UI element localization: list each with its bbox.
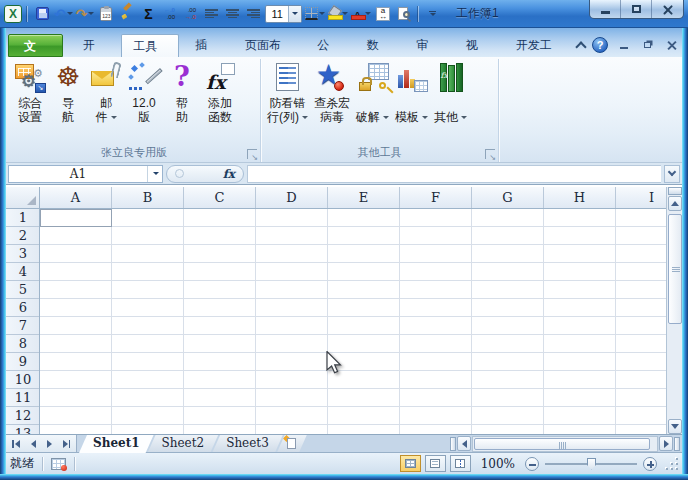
align-right-button[interactable] <box>244 5 262 23</box>
sheet-tab-sheet3[interactable]: Sheet3 <box>212 435 283 453</box>
undo-dropdown-icon[interactable] <box>67 12 73 15</box>
vertical-scroll-thumb[interactable] <box>668 214 682 324</box>
tab-page-layout[interactable]: 页面布局 <box>234 34 301 57</box>
comprehensive-settings-button[interactable]: ⚙ ⚙ ↘ 综合 设置 <box>11 61 49 125</box>
zoom-out-button[interactable] <box>525 457 539 471</box>
column-header[interactable]: H <box>544 187 616 209</box>
borders-button[interactable] <box>305 5 325 23</box>
dialog-launcher-icon[interactable] <box>247 149 257 159</box>
tab-file[interactable]: 文件 <box>8 34 63 57</box>
formula-input[interactable] <box>247 165 661 183</box>
customize-qat-button[interactable] <box>424 5 442 23</box>
scroll-right-button[interactable] <box>659 436 673 451</box>
workbook-close-button[interactable] <box>663 38 680 52</box>
column-header[interactable]: B <box>112 187 184 209</box>
name-box-dropdown-icon[interactable] <box>147 166 162 182</box>
tab-insert[interactable]: 插入 <box>184 34 229 57</box>
align-center-button[interactable] <box>223 5 241 23</box>
next-sheet-button[interactable] <box>42 437 56 451</box>
row-header[interactable]: 12 <box>6 407 40 425</box>
column-header[interactable]: F <box>400 187 472 209</box>
name-box[interactable]: A1 <box>8 165 163 183</box>
font-size-combobox[interactable]: 11 <box>265 5 301 23</box>
workbook-minimize-button[interactable] <box>615 38 632 52</box>
normal-view-button[interactable] <box>400 455 421 472</box>
help-ribbon-button[interactable]: ? 帮 助 <box>163 61 201 125</box>
cells-area[interactable] <box>40 209 666 435</box>
increase-decimal-button[interactable]: .00→.0 <box>181 5 199 23</box>
navigation-button[interactable]: ☸ 导 航 <box>49 61 87 125</box>
row-header[interactable]: 6 <box>6 299 40 317</box>
tab-data[interactable]: 数据 <box>356 34 401 57</box>
mail-button[interactable]: 邮 件 <box>87 61 125 125</box>
resize-grip[interactable] <box>665 457 678 470</box>
column-header[interactable]: C <box>184 187 256 209</box>
row-header[interactable]: 11 <box>6 389 40 407</box>
insert-function-button[interactable]: fx <box>166 165 244 183</box>
previous-sheet-button[interactable] <box>26 437 40 451</box>
horizontal-scroll-track[interactable] <box>472 436 658 452</box>
workbook-restore-button[interactable] <box>639 38 656 52</box>
zoom-slider-thumb[interactable] <box>587 458 596 470</box>
row-header[interactable]: 7 <box>6 317 40 335</box>
tab-view[interactable]: 视图 <box>455 34 500 57</box>
tab-formulas[interactable]: 公式 <box>306 34 351 57</box>
column-header[interactable]: A <box>40 187 112 209</box>
vertical-split-handle[interactable] <box>668 187 682 195</box>
vertical-scrollbar[interactable] <box>666 187 682 435</box>
row-header[interactable]: 9 <box>6 353 40 371</box>
add-function-button[interactable]: fx 添加 函数 <box>201 61 239 125</box>
row-header[interactable]: 8 <box>6 335 40 353</box>
macro-record-icon[interactable] <box>51 458 66 470</box>
font-size-dropdown-icon[interactable] <box>288 6 301 22</box>
page-layout-view-button[interactable] <box>425 455 446 472</box>
row-header[interactable]: 1 <box>6 209 40 227</box>
font-size-value[interactable]: 11 <box>266 8 287 20</box>
name-box-value[interactable]: A1 <box>9 167 147 181</box>
tab-toolbox[interactable]: 工具箱 <box>121 34 179 57</box>
excel-app-icon[interactable]: X <box>4 5 22 23</box>
row-header[interactable]: 4 <box>6 263 40 281</box>
minimize-button[interactable] <box>590 0 621 18</box>
sheet-tab-sheet2[interactable]: Sheet2 <box>148 435 219 453</box>
print-preview-button[interactable] <box>395 5 413 23</box>
version-12-button[interactable]: 12.0 版 <box>125 61 163 125</box>
autosum-button[interactable]: Σ <box>139 5 157 23</box>
last-sheet-button[interactable] <box>58 437 72 451</box>
paste-values-button[interactable]: 123 <box>97 5 115 23</box>
borders-dropdown-icon[interactable] <box>319 12 325 15</box>
save-button[interactable] <box>33 5 51 23</box>
tab-review[interactable]: 审阅 <box>405 34 450 57</box>
horizontal-split-handle[interactable] <box>674 437 680 451</box>
tab-split-handle[interactable] <box>450 437 456 451</box>
scan-macro-virus-button[interactable]: ★ 查杀宏 病毒 <box>311 61 353 125</box>
help-button[interactable]: ? <box>592 37 608 53</box>
first-sheet-button[interactable] <box>10 437 24 451</box>
scroll-left-button[interactable] <box>457 436 471 451</box>
crack-button[interactable]: 破解 <box>353 61 392 125</box>
sheet-tab-sheet1[interactable]: Sheet1 <box>79 435 154 453</box>
format-painter-button[interactable] <box>118 5 136 23</box>
redo-button[interactable]: ↷ <box>76 5 95 23</box>
dialog-launcher-icon[interactable] <box>485 149 495 159</box>
row-header[interactable]: 3 <box>6 245 40 263</box>
zoom-slider-track[interactable] <box>545 463 637 465</box>
minimize-ribbon-icon[interactable] <box>575 41 586 52</box>
undo-button[interactable]: ↶ <box>54 5 73 23</box>
row-header[interactable]: 10 <box>6 371 40 389</box>
row-header[interactable]: 2 <box>6 227 40 245</box>
column-header[interactable]: I <box>616 187 666 209</box>
scroll-up-button[interactable] <box>668 196 682 211</box>
align-left-button[interactable] <box>202 5 220 23</box>
expand-formula-bar-button[interactable] <box>664 165 680 183</box>
column-header[interactable]: G <box>472 187 544 209</box>
zoom-level[interactable]: 100% <box>481 457 515 471</box>
zoom-in-button[interactable] <box>643 457 657 471</box>
select-all-corner[interactable] <box>6 187 40 209</box>
shrink-fit-button[interactable]: a↔ <box>374 5 392 23</box>
other-button[interactable]: fx 其他 <box>431 61 470 125</box>
maximize-button[interactable] <box>621 0 652 18</box>
redo-dropdown-icon[interactable] <box>88 12 94 15</box>
column-header[interactable]: D <box>256 187 328 209</box>
prevent-misread-button[interactable]: 防看错 行(列) <box>264 61 311 125</box>
